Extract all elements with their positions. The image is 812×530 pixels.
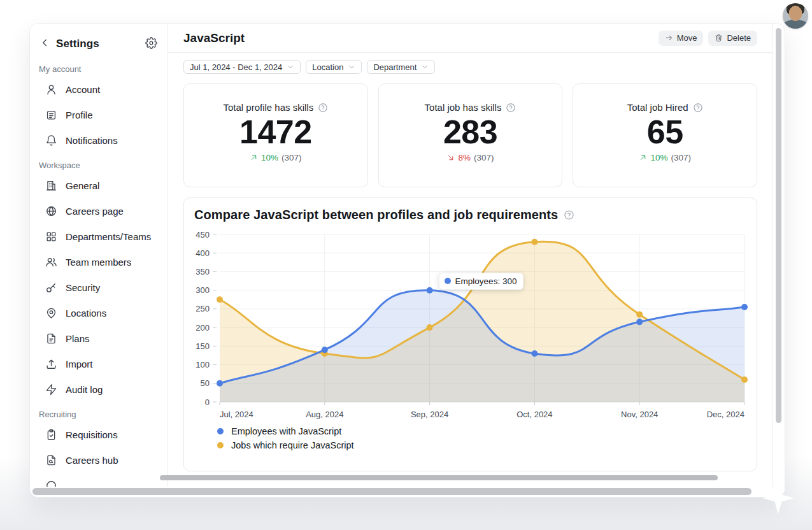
svg-text:Jul, 2024: Jul, 2024 (220, 410, 253, 419)
help-icon[interactable] (693, 103, 703, 113)
sidebar-item-locations[interactable]: Locations (39, 300, 160, 326)
sidebar-item-label: Audit log (66, 384, 103, 395)
stat-label-row: Total job has skills (425, 102, 516, 113)
card-icon (45, 109, 57, 121)
sidebar-item-audit-log[interactable]: Audit log (39, 376, 160, 402)
stat-delta-note: (307) (474, 153, 494, 162)
header-actions: Move Delete (659, 31, 757, 46)
horizontal-scrollbar[interactable] (32, 488, 751, 495)
date-range-filter[interactable]: Jul 1, 2024 - Dec 1, 2024 (183, 60, 301, 74)
settings-gear-button[interactable] (145, 37, 157, 52)
trend-up-icon (639, 154, 647, 162)
move-button[interactable]: Move (659, 31, 704, 46)
user-avatar[interactable] (783, 3, 808, 29)
building-icon (45, 180, 57, 192)
grid-icon (45, 231, 57, 243)
stat-delta-note: (307) (281, 153, 302, 162)
chart-card: Compare JavaScript between profiles and … (183, 197, 757, 471)
legend-label: Employees with JavaScript (231, 426, 341, 436)
comparison-chart: 050100150200250300350400450Jul, 2024Aug,… (194, 229, 750, 422)
svg-text:0: 0 (205, 398, 210, 407)
location-filter[interactable]: Location (306, 60, 362, 74)
chart-title: Compare JavaScript between profiles and … (194, 208, 558, 222)
file-icon (45, 333, 57, 345)
sidebar-item-label: Departments/Teams (66, 231, 151, 242)
trash-icon (715, 34, 723, 42)
help-icon[interactable] (564, 210, 574, 220)
content-horizontal-scrollbar[interactable] (160, 475, 718, 480)
department-filter[interactable]: Department (367, 60, 435, 74)
svg-text:Aug, 2024: Aug, 2024 (306, 410, 343, 419)
sidebar-section-label: My account (39, 64, 160, 74)
chevron-down-icon (348, 63, 355, 71)
sidebar-item-general[interactable]: General (39, 173, 160, 198)
svg-text:400: 400 (196, 248, 210, 258)
sidebar-item-label: Locations (66, 308, 106, 319)
svg-text:50: 50 (201, 378, 210, 388)
sidebar-item-notifications[interactable]: Notifications (39, 127, 160, 153)
sidebar-item-profile[interactable]: Profile (39, 102, 160, 127)
legend-label: Jobs which require JavaScript (231, 440, 354, 450)
chart-area: 050100150200250300350400450Jul, 2024Aug,… (194, 229, 746, 452)
legend-item-0[interactable]: Employees with JavaScript (217, 424, 746, 438)
sidebar-item-label: Careers page (66, 206, 124, 217)
main-panel: JavaScript Move Delete Jul 1, 2024 - Dec… (168, 24, 773, 497)
page-title: JavaScript (183, 31, 245, 45)
key-icon (45, 282, 57, 294)
filter-label: Location (312, 62, 343, 72)
sidebar-item-label: General (66, 180, 99, 191)
sidebar-item-import[interactable]: Import (39, 351, 160, 376)
delete-button[interactable]: Delete (708, 31, 757, 46)
sidebar-nav: My accountAccountProfileNotificationsWor… (39, 64, 160, 498)
filter-label: Jul 1, 2024 - Dec 1, 2024 (190, 62, 282, 72)
sidebar-item-team-members[interactable]: Team members (39, 249, 160, 275)
sidebar-section-label: Workspace (39, 161, 160, 170)
sidebar-item-label: Import (66, 359, 93, 369)
vertical-scrollbar[interactable] (776, 28, 781, 423)
sidebar-item-label: Requisitions (66, 429, 118, 440)
svg-text:Nov, 2024: Nov, 2024 (621, 410, 658, 419)
stat-delta-percent: 10% (261, 153, 278, 162)
sidebar-item-account[interactable]: Account (39, 76, 160, 102)
sidebar-item-label: Security (66, 282, 100, 293)
sidebar-title: Settings (56, 38, 99, 50)
stat-label: Total job Hired (627, 102, 688, 113)
settings-window: Settings My accountAccountProfileNotific… (29, 23, 785, 498)
stat-card: Total profile has skills147210%(307) (183, 83, 368, 187)
svg-text:100: 100 (196, 360, 210, 369)
sidebar-item-departments-teams[interactable]: Departments/Teams (39, 224, 160, 249)
svg-text:300: 300 (196, 285, 210, 295)
stat-card: Total job Hired6510%(307) (573, 83, 757, 187)
stat-cards-row: Total profile has skills147210%(307)Tota… (168, 74, 773, 187)
users-icon (45, 256, 57, 268)
trend-up-icon (250, 154, 258, 162)
chevron-left-icon (39, 37, 50, 51)
svg-text:Oct, 2024: Oct, 2024 (516, 410, 552, 419)
trend-down-icon (446, 154, 455, 162)
sidebar-item-careers-page[interactable]: Careers page (39, 198, 160, 224)
stat-delta: 10%(307) (250, 153, 302, 162)
legend-item-1[interactable]: Jobs which require JavaScript (217, 438, 746, 452)
help-icon[interactable] (506, 103, 516, 113)
help-icon[interactable] (318, 103, 328, 113)
sidebar-item-security[interactable]: Security (39, 275, 160, 300)
sidebar-item-plans[interactable]: Plans (39, 326, 160, 351)
sidebar-item-requisitions[interactable]: Requisitions (39, 422, 160, 447)
stat-delta-percent: 10% (650, 153, 667, 162)
sidebar-header: Settings (39, 31, 160, 57)
stat-delta: 8%(307) (446, 153, 494, 162)
zap-icon (45, 383, 57, 396)
doc-search-icon (45, 454, 57, 466)
sidebar-section-label: Recruiting (39, 410, 160, 419)
stat-delta: 10%(307) (639, 153, 691, 162)
chevron-down-icon (421, 63, 429, 71)
stat-delta-note: (307) (671, 153, 691, 162)
chart-legend: Employees with JavaScriptJobs which requ… (217, 424, 746, 452)
legend-dot (217, 442, 224, 448)
stat-delta-percent: 8% (458, 153, 471, 162)
filters-row: Jul 1, 2024 - Dec 1, 2024LocationDepartm… (168, 53, 773, 74)
back-button[interactable] (39, 37, 50, 51)
clipboard-check-icon (45, 429, 57, 441)
sidebar-item-careers-hub[interactable]: Careers hub (39, 447, 160, 473)
tooltip-label: Employees: 300 (455, 276, 517, 286)
